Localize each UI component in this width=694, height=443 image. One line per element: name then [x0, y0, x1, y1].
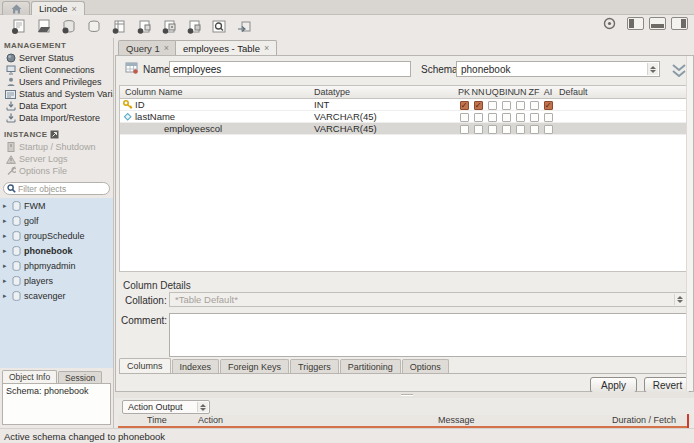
sidebar-item-server-status[interactable]: Server Status [0, 52, 113, 64]
editor-scrollbar[interactable] [686, 56, 693, 391]
new-event-icon[interactable] [185, 18, 203, 35]
ai-checkbox[interactable] [544, 125, 553, 134]
col-header-bin[interactable]: BIN [499, 87, 513, 97]
toggle-right-panel-icon[interactable] [671, 17, 688, 30]
table-name-input[interactable] [169, 61, 411, 77]
tab-columns[interactable]: Columns [119, 358, 171, 373]
column-row-lastname[interactable]: lastName VARCHAR(45) [120, 111, 686, 123]
search-table-data-icon[interactable] [210, 18, 228, 35]
zf-checkbox[interactable] [530, 113, 539, 122]
sidebar-item-server-logs[interactable]: Server Logs [0, 153, 113, 165]
col-header-zf[interactable]: ZF [527, 87, 541, 97]
apply-button[interactable]: Apply [590, 377, 637, 393]
column-row-employeescol[interactable]: employeescol VARCHAR(45) [120, 123, 686, 135]
expander-icon[interactable]: ▸ [3, 232, 9, 240]
bin-checkbox[interactable] [502, 101, 511, 110]
close-icon[interactable]: × [72, 4, 77, 14]
open-sql-script-icon[interactable] [35, 18, 53, 35]
un-checkbox[interactable] [516, 113, 525, 122]
col-header-name[interactable]: Column Name [125, 87, 183, 97]
schema-item-golf[interactable]: ▸ golf [0, 213, 113, 228]
new-procedure-icon[interactable] [135, 18, 153, 35]
sidebar-item-data-import[interactable]: Data Import/Restore [0, 112, 113, 124]
reconnect-dbms-icon[interactable] [235, 18, 253, 35]
uq-checkbox[interactable] [488, 101, 497, 110]
collation-select[interactable]: *Table Default* [169, 292, 687, 307]
revert-button[interactable]: Revert [644, 377, 691, 393]
output-selector[interactable]: Action Output [122, 400, 210, 414]
schema-item-players[interactable]: ▸ players [0, 273, 113, 288]
nn-checkbox[interactable] [474, 125, 483, 134]
ai-checkbox[interactable] [544, 113, 553, 122]
expander-icon[interactable]: ▸ [3, 262, 9, 270]
toggle-bottom-panel-icon[interactable] [649, 17, 666, 30]
sidebar-item-system-variables[interactable]: Status and System Variables [0, 88, 113, 100]
pk-checkbox[interactable] [460, 125, 469, 134]
sidebar-item-data-export[interactable]: Data Export [0, 100, 113, 112]
expander-icon[interactable]: ▸ [3, 202, 9, 210]
tab-query-1[interactable]: Query 1 × [118, 40, 177, 55]
pk-checkbox[interactable] [460, 101, 469, 110]
schema-filter-input[interactable] [18, 184, 106, 194]
schema-filter[interactable] [3, 182, 110, 195]
schema-item-scavenger[interactable]: ▸ scavenger [0, 288, 113, 303]
sidebar-item-options-file[interactable]: Options File [0, 165, 113, 177]
un-checkbox[interactable] [516, 125, 525, 134]
stepper-icon[interactable] [197, 402, 208, 412]
expander-icon[interactable]: ▸ [3, 292, 9, 300]
output-col-message[interactable]: Message [438, 415, 475, 425]
schema-select[interactable]: phonebook [456, 61, 660, 77]
tab-options[interactable]: Options [402, 359, 449, 373]
sidebar-item-users-privileges[interactable]: Users and Privileges [0, 76, 113, 88]
tab-employees-table[interactable]: employees - Table × [175, 40, 277, 55]
toggle-left-panel-icon[interactable] [627, 17, 644, 30]
col-header-nn[interactable]: NN [471, 87, 485, 97]
pk-checkbox[interactable] [460, 113, 469, 122]
tab-indexes[interactable]: Indexes [172, 359, 220, 373]
tab-foreign-keys[interactable]: Foreign Keys [220, 359, 289, 373]
close-icon[interactable]: × [164, 43, 169, 53]
zf-checkbox[interactable] [530, 101, 539, 110]
schema-item-phpmyadmin[interactable]: ▸ phpmyadmin [0, 258, 113, 273]
bin-checkbox[interactable] [502, 113, 511, 122]
expander-icon[interactable]: ▸ [3, 247, 9, 255]
schema-item-fwm[interactable]: ▸ FWM [0, 198, 113, 213]
col-header-un[interactable]: UN [513, 87, 527, 97]
zf-checkbox[interactable] [530, 125, 539, 134]
nn-checkbox[interactable] [474, 101, 483, 110]
sidebar-item-client-connections[interactable]: Client Connections [0, 64, 113, 76]
column-row-id[interactable]: ID INT [120, 99, 686, 111]
output-col-duration[interactable]: Duration / Fetch [612, 415, 690, 425]
schema-item-groupschedule[interactable]: ▸ groupSchedule [0, 228, 113, 243]
new-sql-tab-icon[interactable] [10, 18, 28, 35]
schema-item-phonebook[interactable]: ▸ phonebook [0, 243, 113, 258]
tab-partitioning[interactable]: Partitioning [340, 359, 401, 373]
un-checkbox[interactable] [516, 101, 525, 110]
close-icon[interactable]: × [264, 43, 269, 53]
bin-checkbox[interactable] [502, 125, 511, 134]
comment-textarea[interactable] [169, 313, 687, 357]
tab-object-info[interactable]: Object Info [2, 370, 57, 383]
expander-icon[interactable]: ▸ [3, 277, 9, 285]
tab-triggers[interactable]: Triggers [290, 359, 339, 373]
tab-session[interactable]: Session [58, 371, 102, 383]
uq-checkbox[interactable] [488, 113, 497, 122]
new-table-icon[interactable] [85, 18, 103, 35]
new-view-icon[interactable] [110, 18, 128, 35]
col-header-pk[interactable]: PK [457, 87, 471, 97]
output-col-time[interactable]: Time [147, 415, 167, 425]
col-header-default[interactable]: Default [559, 87, 588, 97]
uq-checkbox[interactable] [488, 125, 497, 134]
expander-icon[interactable]: ▸ [3, 217, 9, 225]
output-col-action[interactable]: Action [198, 415, 223, 425]
home-tab[interactable] [2, 1, 30, 15]
stepper-icon[interactable] [647, 63, 658, 75]
new-schema-icon[interactable] [60, 18, 78, 35]
ai-checkbox[interactable] [544, 101, 553, 110]
new-function-icon[interactable] [160, 18, 178, 35]
col-header-ai[interactable]: AI [541, 87, 555, 97]
stepper-icon[interactable] [674, 294, 685, 305]
nn-checkbox[interactable] [474, 113, 483, 122]
col-header-datatype[interactable]: Datatype [314, 87, 350, 97]
connection-tab-linode[interactable]: Linode × [31, 1, 85, 15]
